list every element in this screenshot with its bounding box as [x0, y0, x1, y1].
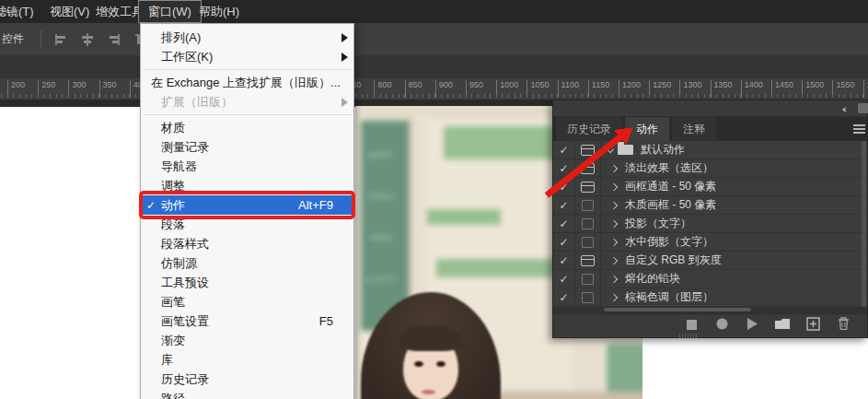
menu-item-label: 导航器 — [161, 158, 333, 175]
action-row-label: 自定义 RGB 到灰度 — [625, 252, 722, 268]
vertical-scrollbar[interactable] — [862, 141, 866, 307]
dialog-toggle-icon[interactable] — [575, 159, 601, 178]
dialog-toggle-empty[interactable] — [575, 233, 601, 252]
expand-closed-icon[interactable] — [610, 182, 618, 190]
expand-closed-icon[interactable] — [610, 293, 618, 300]
tab-2[interactable]: 动作 — [625, 117, 669, 141]
record-button[interactable] — [714, 318, 729, 333]
expand-closed-icon[interactable] — [610, 219, 618, 227]
window-menu-item-11[interactable]: ✓动作Alt+F9 — [141, 195, 353, 215]
menubar-item-5[interactable]: 帮助(H) — [190, 0, 249, 23]
panel-resize-grip[interactable] — [679, 334, 698, 338]
dialog-toggle-icon[interactable] — [575, 252, 601, 270]
action-row-content: 熔化的铅块 — [601, 271, 867, 287]
delete-button[interactable] — [836, 318, 851, 333]
action-row[interactable]: ✓棕褐色调（图层） — [553, 288, 867, 307]
ruler-label: 1300 — [679, 80, 701, 98]
menubar-item-1[interactable]: 滤镜(T) — [0, 0, 43, 23]
play-button[interactable] — [745, 318, 759, 333]
action-row[interactable]: ✓淡出效果（选区） — [553, 159, 867, 178]
record-icon — [716, 317, 728, 334]
window-menu-item-9[interactable]: 导航器 — [141, 157, 353, 176]
dialog-toggle-empty[interactable] — [575, 196, 601, 215]
action-row[interactable]: ✓投影（文字） — [553, 215, 867, 233]
action-row[interactable]: ✓水中倒影（文字） — [553, 233, 867, 252]
window-menu-item-14[interactable]: 仿制源 — [141, 253, 353, 273]
item-check-icon[interactable]: ✓ — [553, 196, 575, 215]
action-row[interactable]: ✓默认动作 — [553, 141, 867, 159]
horizontal-scrollbar[interactable] — [553, 307, 867, 313]
window-menu-item-15[interactable]: 工具预设 — [141, 273, 353, 292]
menu-item-label: 排列(A) — [161, 29, 333, 46]
stop-button[interactable] — [684, 318, 699, 333]
window-menu-item-10[interactable]: 调整 — [141, 176, 353, 195]
menu-item-label: 工作区(K) — [161, 49, 333, 65]
ruler-label: 1550 — [832, 80, 854, 98]
ruler-label: 950 — [466, 80, 483, 98]
expand-closed-icon[interactable] — [610, 201, 618, 208]
action-row[interactable]: ✓画框通道 - 50 像素 — [553, 178, 867, 196]
window-menu-item-7[interactable]: 材质 — [141, 118, 353, 137]
window-menu-item-2[interactable]: 工作区(K) — [141, 47, 353, 66]
window-menu-item-20[interactable]: 历史记录 — [141, 370, 353, 389]
item-check-icon[interactable]: ✓ — [553, 159, 575, 178]
window-menu-item-17[interactable]: 画笔设置F5 — [141, 311, 353, 331]
expand-closed-icon[interactable] — [610, 256, 618, 264]
window-menu-item-13[interactable]: 段落样式 — [141, 234, 353, 253]
action-row[interactable]: ✓自定义 RGB 到灰度 — [553, 252, 867, 270]
ruler-label: 1150 — [588, 80, 609, 98]
new-set-button[interactable] — [775, 318, 790, 333]
action-row[interactable]: ✓木质画框 - 50 像素 — [553, 196, 867, 215]
tab-1[interactable]: 历史记录 — [556, 117, 622, 141]
photoshop-screenshot: { "menubar": { "items": [ { "label": "滤镜… — [0, 0, 868, 399]
window-menu-item-19[interactable]: 库 — [141, 350, 353, 370]
dialog-toggle-icon[interactable] — [575, 178, 601, 196]
menu-item-shortcut: F5 — [319, 314, 333, 328]
action-row[interactable]: ✓熔化的铅块 — [553, 270, 867, 288]
ruler-label: 200 — [7, 80, 25, 98]
expand-closed-icon[interactable] — [610, 164, 618, 171]
dialog-toggle-empty[interactable] — [575, 270, 601, 288]
item-check-icon[interactable]: ✓ — [553, 288, 575, 307]
folder-icon — [775, 317, 790, 334]
item-check-icon[interactable]: ✓ — [553, 178, 575, 196]
dialog-toggle-empty[interactable] — [575, 288, 601, 307]
align-center-horizontal-icon[interactable] — [80, 32, 95, 47]
window-menu-item-21[interactable]: 路径 — [141, 389, 353, 399]
toolbar-band — [0, 55, 868, 78]
menu-item-label: 在 Exchange 上查找扩展（旧版）... — [151, 75, 341, 91]
item-check-icon[interactable]: ✓ — [553, 270, 575, 288]
ruler-label: 300 — [68, 80, 86, 98]
expand-closed-icon[interactable] — [610, 238, 618, 245]
new-action-button[interactable] — [805, 318, 820, 333]
item-check-icon[interactable]: ✓ — [553, 141, 575, 159]
tab-3[interactable]: 注释 — [672, 117, 716, 141]
item-check-icon[interactable]: ✓ — [553, 252, 575, 270]
item-check-icon[interactable]: ✓ — [553, 215, 575, 233]
window-menu-item-16[interactable]: 画笔 — [141, 292, 353, 311]
window-menu-item-8[interactable]: 测量记录 — [141, 137, 353, 157]
dialog-toggle-empty[interactable] — [575, 215, 601, 233]
expand-open-icon[interactable] — [607, 145, 614, 152]
menu-separator — [143, 114, 352, 115]
align-left-icon[interactable] — [53, 32, 68, 47]
collapse-panel-icon[interactable]: ‹‹ — [842, 103, 845, 114]
action-row-label: 默认动作 — [641, 142, 685, 158]
item-check-icon[interactable]: ✓ — [553, 233, 575, 252]
stop-icon — [687, 317, 697, 334]
expand-closed-icon[interactable] — [610, 275, 618, 282]
align-right-icon[interactable] — [107, 32, 122, 47]
ruler-label: 1500 — [802, 80, 824, 98]
menu-item-label: 调整 — [161, 178, 333, 194]
action-row-label: 木质画框 - 50 像素 — [625, 197, 716, 213]
window-menu-item-4[interactable]: 在 Exchange 上查找扩展（旧版）... — [141, 73, 353, 92]
window-menu-item-5[interactable]: 扩展（旧版） — [141, 92, 353, 111]
mouth — [422, 390, 435, 394]
window-menu-item-12[interactable]: 段落 — [141, 215, 353, 234]
window-menu-item-18[interactable]: 渐变 — [141, 331, 353, 350]
panel-menu-icon[interactable] — [853, 124, 865, 134]
menu-separator — [143, 69, 352, 70]
dialog-toggle-icon[interactable] — [575, 141, 601, 159]
action-row-label: 淡出效果（选区） — [625, 160, 713, 176]
window-menu-item-1[interactable]: 排列(A) — [141, 28, 353, 47]
